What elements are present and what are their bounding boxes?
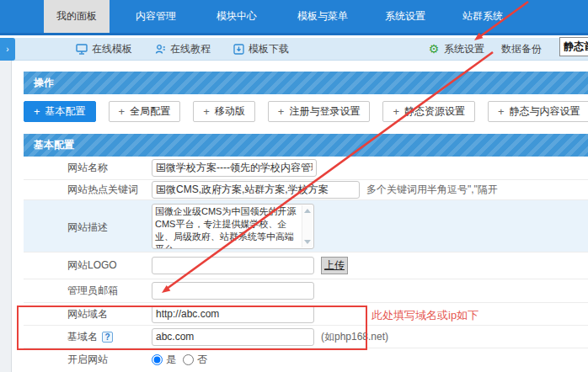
- logo-input[interactable]: [152, 257, 314, 274]
- system-settings-button[interactable]: ⚙ 系统设置: [428, 42, 484, 56]
- online-tutorial-label: 在线教程: [170, 42, 211, 56]
- admin-email-label: 管理员邮箱: [24, 284, 152, 298]
- plus-icon: +: [119, 105, 126, 118]
- admin-email-input[interactable]: [152, 282, 314, 300]
- site-domain-input[interactable]: [152, 306, 314, 323]
- form-row-site-name: 网站名称: [24, 157, 588, 180]
- textarea-scrollbar[interactable]: [302, 205, 313, 247]
- global-config-label: 全局配置: [130, 104, 170, 119]
- description-label: 网站描述: [24, 221, 152, 235]
- site-enabled-label: 开启网站: [24, 353, 152, 367]
- template-download-button[interactable]: 模板下载: [233, 42, 289, 56]
- plus-icon: +: [203, 105, 210, 118]
- site-name-label: 网站名称: [24, 161, 152, 175]
- template-download-label: 模板下载: [249, 42, 289, 56]
- form-row-logo: 网站LOGO 上传: [24, 252, 588, 279]
- top-nav: 我的面板 内容管理 模块中心 模板与菜单 系统设置 站群系统: [0, 0, 588, 35]
- admin-screen: 我的面板 内容管理 模块中心 模板与菜单 系统设置 站群系统 › 在线模板 在线…: [0, 0, 588, 372]
- static-resource-settings-button[interactable]: +静态资源设置: [382, 101, 475, 122]
- site-name-input[interactable]: [152, 159, 317, 177]
- keywords-hint: 多个关键词用半角逗号","隔开: [366, 183, 498, 197]
- logo-label: 网站LOGO: [24, 258, 152, 273]
- online-templates-label: 在线模板: [92, 42, 132, 56]
- nav-tab-system-settings[interactable]: 系统设置: [373, 0, 437, 33]
- main-content: 操作 +基本配置 +全局配置 +移动版 +注册与登录设置 +静态资源设置 +静态…: [24, 72, 588, 370]
- online-templates-button[interactable]: 在线模板: [76, 42, 132, 56]
- toolbar-left-group: 在线模板 在线教程 模板下载: [76, 42, 289, 56]
- site-enabled-yes-radio[interactable]: [152, 354, 163, 365]
- base-domain-hint: (如php168.net): [321, 330, 388, 344]
- static-content-settings-label: 静态与内容设置: [510, 104, 580, 119]
- form-row-admin-email: 管理员邮箱: [24, 279, 588, 303]
- global-config-button[interactable]: +全局配置: [109, 101, 181, 122]
- nav-tab-content[interactable]: 内容管理: [124, 0, 188, 33]
- mobile-version-label: 移动版: [215, 104, 245, 119]
- site-enabled-no-label: 否: [197, 353, 207, 367]
- keywords-label: 网站热点关键词: [24, 183, 152, 197]
- toolbar: › 在线模板 在线教程 模板下载: [0, 38, 588, 61]
- nav-tab-templates-menus[interactable]: 模板与菜单: [286, 0, 360, 33]
- action-buttons-row: +基本配置 +全局配置 +移动版 +注册与登录设置 +静态资源设置 +静态与内容…: [24, 94, 588, 134]
- form-row-base-domain: 基域名 ? (如php168.net): [24, 326, 588, 348]
- system-settings-label: 系统设置: [444, 42, 484, 56]
- toolbar-right-group: ⚙ 系统设置 数据备份: [428, 42, 542, 56]
- monitor-icon: [76, 43, 88, 55]
- nav-tab-modules[interactable]: 模块中心: [205, 0, 269, 33]
- register-login-settings-label: 注册与登录设置: [289, 104, 360, 119]
- static-content-settings-button[interactable]: +静态与内容设置: [488, 101, 588, 122]
- gear-icon: ⚙: [428, 43, 440, 55]
- nav-spacer: [0, 0, 44, 33]
- static-resource-settings-label: 静态资源设置: [404, 104, 465, 119]
- plus-icon: +: [498, 105, 505, 118]
- scroll-down-icon: [304, 240, 311, 244]
- form-row-site-domain: 网站域名: [24, 303, 588, 326]
- actions-section-header: 操作: [24, 72, 588, 94]
- plus-icon: +: [393, 105, 399, 118]
- site-enabled-yes-label: 是: [166, 353, 176, 367]
- description-text: 国微企业级CMS为中国领先的开源CMS平台，专注提供媒学校、企业、局级政府、站群…: [152, 205, 313, 249]
- online-tutorial-button[interactable]: 在线教程: [154, 42, 211, 56]
- site-domain-label: 网站域名: [24, 307, 152, 322]
- site-enabled-no-radio[interactable]: [183, 354, 194, 365]
- nav-tab-my-panel[interactable]: 我的面板: [44, 0, 110, 33]
- collapsed-sidebar-rail: [0, 61, 12, 372]
- mobile-version-button[interactable]: +移动版: [193, 101, 255, 122]
- data-backup-label: 数据备份: [501, 42, 542, 56]
- scroll-up-icon: [304, 209, 311, 213]
- help-icon[interactable]: ?: [102, 332, 113, 343]
- description-textarea[interactable]: 国微企业级CMS为中国领先的开源CMS平台，专注提供媒学校、企业、局级政府、站群…: [152, 204, 314, 249]
- form-row-site-enabled: 开启网站 是 否: [24, 348, 588, 370]
- nav-tab-site-group[interactable]: 站群系统: [451, 0, 515, 33]
- base-domain-label: 基域名: [67, 330, 98, 344]
- basic-config-button[interactable]: +基本配置: [24, 101, 96, 122]
- annotation-note: 此处填写域名或ip如下: [372, 308, 478, 323]
- tutorial-icon: [154, 43, 166, 55]
- keywords-input[interactable]: [152, 181, 360, 199]
- form-row-description: 网站描述 国微企业级CMS为中国领先的开源CMS平台，专注提供媒学校、企业、局级…: [24, 200, 588, 252]
- download-icon: [233, 43, 244, 55]
- basic-config-section-header: 基本配置: [24, 134, 588, 157]
- basic-config-label: 基本配置: [45, 104, 86, 119]
- upload-button[interactable]: 上传: [321, 257, 348, 274]
- static-home-tooltip: 静态首: [559, 37, 588, 56]
- base-domain-input[interactable]: [152, 328, 314, 346]
- register-login-settings-button[interactable]: +注册与登录设置: [268, 101, 371, 122]
- plus-icon: +: [34, 105, 40, 118]
- plus-icon: +: [278, 105, 285, 118]
- data-backup-button[interactable]: 数据备份: [501, 42, 542, 56]
- form-row-keywords: 网站热点关键词 多个关键词用半角逗号","隔开: [24, 180, 588, 200]
- sidebar-expand-button[interactable]: ›: [0, 38, 15, 61]
